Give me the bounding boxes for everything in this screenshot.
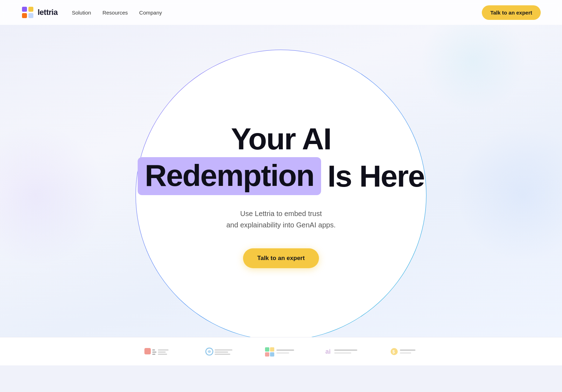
- svg-rect-23: [334, 352, 351, 354]
- svg-rect-20: [276, 352, 289, 354]
- partner-logo-3: [265, 347, 297, 357]
- svg-rect-19: [276, 349, 294, 351]
- logo-icon: [21, 6, 34, 19]
- svg-rect-27: [400, 352, 411, 354]
- partner-logo-2: [205, 347, 237, 357]
- partner-logo-1: [144, 347, 176, 357]
- blob-top: [420, 25, 527, 114]
- svg-rect-8: [158, 349, 169, 350]
- svg-rect-7: [152, 354, 155, 355]
- svg-rect-18: [270, 352, 274, 357]
- svg-rect-12: [215, 349, 232, 350]
- svg-text:$: $: [392, 349, 395, 354]
- svg-rect-4: [144, 348, 151, 354]
- blob-left: [0, 124, 106, 266]
- hero-content: Your AI Redemption Is Here Use Lettria t…: [138, 122, 424, 268]
- svg-rect-13: [215, 352, 228, 353]
- svg-rect-17: [265, 352, 269, 357]
- nav-links: Solution Resources Company: [72, 10, 162, 16]
- partner-logo-2-icon: [205, 347, 237, 357]
- logos-bar: ai $: [0, 337, 562, 365]
- svg-rect-1: [28, 7, 33, 12]
- svg-rect-5: [152, 349, 155, 350]
- partner-logo-3-icon: [265, 347, 297, 357]
- partner-logo-4-icon: ai: [325, 347, 361, 357]
- svg-rect-9: [158, 352, 166, 353]
- svg-rect-10: [158, 354, 167, 355]
- partner-logo-1-icon: [144, 347, 176, 357]
- nav-cta-button[interactable]: Talk to an expert: [482, 5, 541, 20]
- hero-title-line2: Redemption Is Here: [138, 157, 424, 195]
- nav-item-solution[interactable]: Solution: [72, 10, 91, 16]
- hero-title-rest: Is Here: [327, 159, 424, 193]
- partner-logo-5: $: [389, 347, 418, 357]
- nav-item-company[interactable]: Company: [139, 10, 162, 16]
- svg-rect-16: [270, 347, 274, 352]
- svg-rect-2: [22, 13, 27, 18]
- hero-subtitle: Use Lettria to embed trust and explainab…: [226, 208, 336, 231]
- svg-rect-0: [22, 7, 27, 12]
- nav-item-resources[interactable]: Resources: [103, 10, 128, 16]
- hero-section: Your AI Redemption Is Here Use Lettria t…: [0, 25, 562, 365]
- svg-rect-26: [400, 349, 415, 351]
- logo-text: lettria: [38, 8, 57, 17]
- hero-subtitle-line1: Use Lettria to embed trust: [240, 210, 322, 217]
- hero-subtitle-line2: and explainability into GenAI apps.: [226, 221, 336, 229]
- svg-rect-15: [265, 347, 269, 352]
- svg-rect-14: [215, 354, 230, 355]
- navbar: lettria Solution Resources Company Talk …: [0, 0, 562, 25]
- hero-title-line1: Your AI: [231, 122, 331, 156]
- svg-rect-6: [152, 352, 156, 353]
- partner-logo-5-icon: $: [389, 347, 418, 357]
- svg-rect-22: [334, 349, 357, 351]
- svg-rect-3: [28, 13, 33, 18]
- partner-logo-4: ai: [325, 347, 361, 357]
- navbar-left: lettria Solution Resources Company: [21, 6, 162, 19]
- logo[interactable]: lettria: [21, 6, 57, 19]
- hero-highlight-word: Redemption: [138, 157, 321, 195]
- hero-cta-button[interactable]: Talk to an expert: [243, 248, 319, 268]
- svg-text:ai: ai: [325, 348, 331, 355]
- blob-right: [456, 127, 562, 262]
